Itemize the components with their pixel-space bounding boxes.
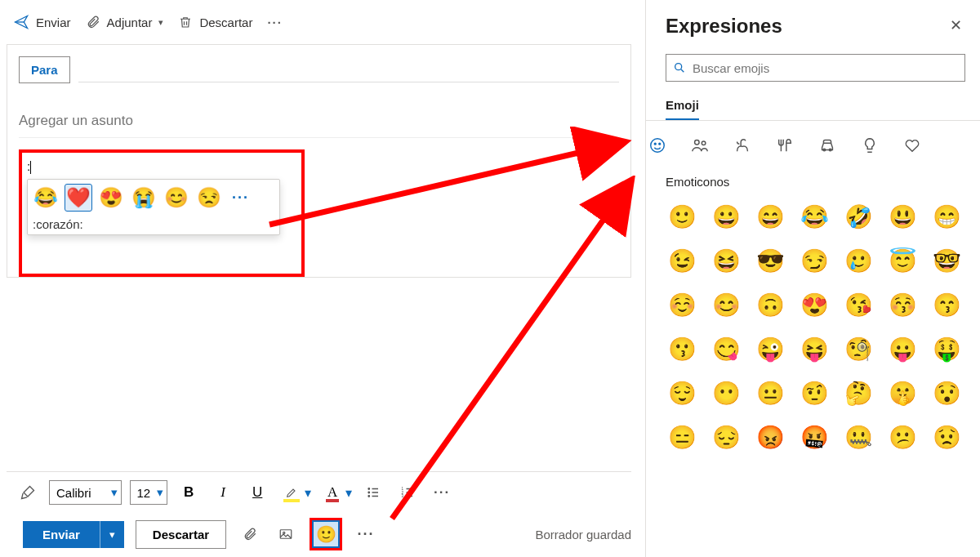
emoji-item[interactable]: 😍: [798, 288, 831, 321]
emoji-item[interactable]: ☺️: [666, 288, 698, 321]
chevron-down-icon: ▾: [109, 528, 115, 541]
tab-emoji[interactable]: Emoji: [666, 98, 699, 121]
bold-button[interactable]: B: [176, 480, 202, 505]
category-objects-icon[interactable]: [858, 134, 881, 157]
numbered-list-icon[interactable]: 123: [394, 480, 421, 505]
emoji-item[interactable]: 😔: [710, 421, 742, 453]
emoji-item[interactable]: 😐: [754, 377, 786, 409]
emoji-item[interactable]: 🙂: [666, 200, 698, 233]
emoji-suggestion[interactable]: 😍: [98, 185, 124, 211]
underline-button[interactable]: U: [244, 480, 270, 505]
bulleted-list-icon[interactable]: [360, 480, 386, 505]
insert-image-icon[interactable]: [274, 522, 298, 546]
emoji-item[interactable]: 😘: [842, 288, 875, 321]
chevron-down-icon[interactable]: ▾: [305, 485, 311, 501]
category-travel-icon[interactable]: [816, 134, 839, 157]
emoji-item[interactable]: 😀: [710, 200, 742, 233]
emoji-item[interactable]: 🧐: [842, 332, 875, 365]
svg-point-1: [368, 492, 370, 493]
emoji-item[interactable]: 😯: [930, 377, 963, 409]
emoji-item[interactable]: 😎: [754, 244, 786, 277]
subject-input[interactable]: [19, 113, 619, 138]
svg-point-12: [695, 140, 700, 145]
emoji-search[interactable]: [666, 54, 965, 82]
category-animals-icon[interactable]: [731, 134, 754, 157]
more-actions-button[interactable]: ···: [354, 522, 378, 546]
emoji-item[interactable]: 😛: [886, 332, 919, 365]
emoji-item[interactable]: 😕: [886, 421, 919, 453]
emoji-suggestion[interactable]: 😊: [163, 185, 189, 211]
svg-point-10: [654, 143, 656, 145]
more-command[interactable]: ···: [267, 16, 283, 29]
category-people-icon[interactable]: [688, 134, 711, 157]
emoji-item[interactable]: 🤫: [886, 377, 919, 409]
emoji-item[interactable]: 🤐: [842, 421, 875, 453]
emoji-item[interactable]: 🤣: [842, 200, 875, 233]
emoji-item[interactable]: 😊: [710, 288, 742, 321]
emoji-item[interactable]: 🤨: [798, 377, 831, 409]
body-typed-text[interactable]: :: [27, 159, 296, 174]
emoji-item[interactable]: 😋: [710, 332, 742, 365]
discard-label: Descartar: [199, 16, 252, 29]
close-icon[interactable]: ✕: [947, 15, 965, 36]
search-icon: [673, 61, 686, 74]
paperclip-icon: [86, 15, 100, 29]
font-size-select[interactable]: 12 ▾: [130, 480, 168, 505]
format-painter-icon[interactable]: [15, 480, 41, 505]
emoji-item[interactable]: 😗: [666, 332, 698, 365]
discard-button[interactable]: Descartar: [136, 520, 226, 549]
emoji-item[interactable]: 😏: [798, 244, 831, 277]
emoji-item[interactable]: 😄: [754, 200, 786, 233]
more-format-button[interactable]: ···: [429, 480, 455, 505]
emoji-item[interactable]: 😜: [754, 332, 786, 365]
emoji-item[interactable]: 😙: [930, 288, 963, 321]
emoji-item[interactable]: 😌: [666, 377, 698, 409]
highlight-button[interactable]: [278, 480, 305, 505]
font-family-select[interactable]: Calibri ▾: [49, 480, 122, 505]
chevron-down-icon: ▾: [158, 17, 163, 28]
to-button[interactable]: Para: [19, 56, 70, 83]
emoji-item[interactable]: 😁: [930, 200, 963, 233]
to-input[interactable]: [78, 58, 619, 82]
emoji-item[interactable]: 😂: [798, 200, 831, 233]
category-food-icon[interactable]: [773, 134, 796, 157]
font-color-button[interactable]: A: [319, 480, 345, 505]
annotation-red-box-emoji-button: 🙂: [310, 518, 342, 550]
emoji-suggestion[interactable]: 😭: [131, 185, 157, 211]
emoji-item[interactable]: 🥲: [842, 244, 875, 277]
emoji-item[interactable]: 😉: [666, 244, 698, 277]
emoji-item[interactable]: 😚: [886, 288, 919, 321]
emoji-more-icon[interactable]: ···: [229, 189, 252, 207]
emoji-suggestion[interactable]: ❤️: [65, 185, 91, 211]
emoji-item[interactable]: 😶: [710, 377, 742, 409]
attach-icon[interactable]: [238, 522, 262, 546]
italic-button[interactable]: I: [210, 480, 236, 505]
emoji-item[interactable]: 🤓: [930, 244, 963, 277]
discard-command[interactable]: Descartar: [178, 15, 252, 29]
send-split-button: Enviar ▾: [23, 521, 124, 548]
send-button[interactable]: Enviar: [23, 521, 100, 548]
insert-emoji-button[interactable]: 🙂: [314, 522, 338, 546]
emoji-item[interactable]: 😑: [666, 421, 698, 453]
emoji-item[interactable]: 🤑: [930, 332, 963, 365]
send-command[interactable]: Enviar: [13, 14, 71, 30]
font-size-value: 12: [137, 486, 158, 500]
emoji-item[interactable]: 😃: [886, 200, 919, 233]
emoji-item[interactable]: 🙃: [754, 288, 786, 321]
chevron-down-icon[interactable]: ▾: [345, 485, 352, 501]
emoji-search-input[interactable]: [693, 61, 958, 75]
attach-command[interactable]: Adjuntar ▾: [86, 15, 164, 29]
emoji-item[interactable]: 🤬: [798, 421, 831, 453]
emoji-item[interactable]: 😇: [886, 244, 919, 277]
send-bar: Enviar ▾ Descartar 🙂 ··· Borrador guarda…: [23, 518, 631, 550]
emoji-item[interactable]: 🤔: [842, 377, 875, 409]
emoji-suggestion[interactable]: 😒: [196, 185, 222, 211]
emoji-item[interactable]: 😝: [798, 332, 831, 365]
emoji-item[interactable]: 😟: [930, 421, 963, 453]
send-split-chevron[interactable]: ▾: [100, 521, 124, 548]
emoji-suggestion[interactable]: 😂: [33, 185, 59, 211]
emoji-item[interactable]: 😆: [710, 244, 742, 277]
category-symbols-icon[interactable]: [901, 134, 924, 157]
emoji-item[interactable]: 😡: [754, 421, 786, 453]
category-smileys-icon[interactable]: [646, 134, 669, 157]
